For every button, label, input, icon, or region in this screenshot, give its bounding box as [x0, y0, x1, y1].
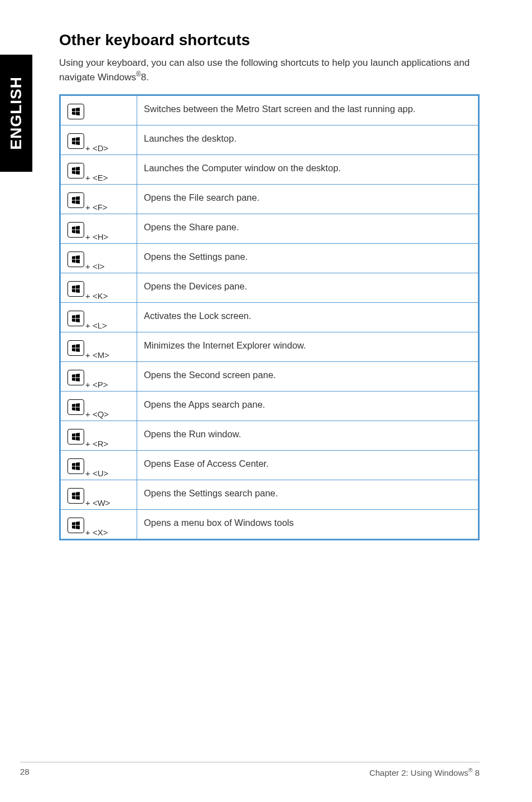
shortcuts-table: Switches between the Metro Start screen … [59, 94, 480, 540]
windows-key-icon [67, 163, 84, 178]
shortcut-description: Opens the Settings search pane. [137, 480, 479, 509]
svg-marker-44 [72, 433, 75, 436]
svg-marker-17 [76, 226, 80, 230]
svg-marker-6 [72, 141, 75, 144]
shortcut-combo-text: + <F> [85, 203, 108, 211]
shortcut-combo-text: + <Q> [85, 410, 109, 418]
shortcut-combo-text: + <K> [85, 292, 108, 300]
shortcut-combo-text: + <I> [85, 262, 105, 270]
table-row: + <F>Opens the File search pane. [60, 184, 479, 214]
intro-text-prefix: Using your keyboard, you can also use th… [59, 57, 470, 83]
shortcut-description: Activates the Lock screen. [137, 302, 479, 332]
shortcut-description: Opens the Settings pane. [137, 243, 479, 273]
shortcut-key-cell: + <M> [60, 332, 137, 361]
shortcut-combo-text: + <M> [85, 351, 109, 359]
windows-key-icon [67, 222, 84, 238]
svg-marker-20 [72, 255, 75, 259]
svg-marker-12 [72, 196, 75, 200]
shortcut-description: Launches the Computer window on the desk… [137, 154, 479, 184]
svg-marker-18 [72, 230, 75, 233]
svg-marker-54 [72, 496, 75, 499]
windows-logo-icon [72, 433, 80, 441]
shortcut-description: Launches the desktop. [137, 125, 479, 154]
windows-key-icon [67, 281, 84, 297]
shortcut-key-cell: + <R> [60, 421, 137, 450]
svg-marker-49 [76, 462, 80, 466]
svg-marker-7 [76, 141, 80, 145]
page-number: 28 [20, 767, 30, 777]
svg-marker-23 [76, 259, 80, 263]
shortcut-key-cell: + <Q> [60, 391, 137, 421]
windows-key-icon [67, 488, 84, 504]
shortcut-description: Opens the Share pane. [137, 214, 479, 243]
svg-marker-59 [76, 525, 80, 529]
svg-marker-25 [76, 285, 80, 289]
windows-key-icon [67, 252, 84, 267]
svg-marker-3 [76, 112, 80, 115]
svg-marker-21 [76, 255, 80, 259]
shortcut-combo-text: + <U> [85, 469, 108, 477]
table-row: + <K>Opens the Devices pane. [60, 273, 479, 302]
table-row: + <R>Opens the Run window. [60, 421, 479, 450]
shortcut-combo-text: + <L> [85, 321, 107, 330]
shortcut-description: Opens the Run window. [137, 421, 479, 450]
svg-marker-26 [72, 289, 75, 292]
shortcut-description: Opens a menu box of Windows tools [137, 509, 479, 539]
svg-marker-58 [72, 525, 75, 529]
language-tab: ENGLISH [0, 55, 32, 172]
svg-marker-29 [76, 315, 80, 318]
svg-marker-5 [76, 137, 80, 141]
svg-marker-40 [72, 403, 75, 407]
table-row: + <D>Launches the desktop. [60, 125, 479, 154]
shortcut-description: Opens the File search pane. [137, 184, 479, 214]
shortcut-combo-text: + <D> [85, 144, 108, 152]
windows-logo-icon [72, 374, 80, 381]
shortcut-key-cell: + <F> [60, 184, 137, 214]
shortcut-combo-text: + <E> [85, 173, 108, 182]
shortcut-description: Opens the Apps search pane. [137, 391, 479, 421]
svg-marker-31 [76, 318, 80, 322]
shortcut-description: Opens the Second screen pane. [137, 361, 479, 391]
table-row: + <U>Opens Ease of Access Center. [60, 450, 479, 480]
svg-marker-53 [76, 492, 80, 496]
windows-logo-icon [72, 108, 80, 115]
svg-marker-13 [76, 196, 80, 200]
svg-marker-4 [72, 137, 75, 141]
svg-marker-34 [72, 348, 75, 351]
shortcut-combo-text: + <H> [85, 233, 108, 241]
svg-marker-8 [72, 167, 75, 170]
windows-key-icon [67, 340, 84, 356]
shortcut-combo-text: + <X> [85, 528, 108, 537]
table-row: + <M>Minimizes the Internet Explorer win… [60, 332, 479, 361]
windows-logo-icon [72, 492, 80, 500]
windows-key-icon [67, 458, 84, 474]
svg-marker-43 [76, 407, 80, 411]
svg-marker-22 [72, 259, 75, 263]
table-row: Switches between the Metro Start screen … [60, 95, 479, 125]
windows-key-icon [67, 399, 84, 415]
table-row: + <L>Activates the Lock screen. [60, 302, 479, 332]
svg-marker-45 [76, 433, 80, 437]
windows-key-icon [67, 311, 84, 326]
shortcut-key-cell: + <E> [60, 154, 137, 184]
windows-logo-icon [72, 403, 80, 411]
shortcut-key-cell: + <I> [60, 243, 137, 273]
shortcut-combo-text: + <R> [85, 439, 108, 448]
page-footer: 28 Chapter 2: Using Windows® 8 [20, 762, 480, 777]
svg-marker-1 [76, 108, 80, 112]
table-row: + <H>Opens the Share pane. [60, 214, 479, 243]
windows-logo-icon [72, 137, 80, 145]
windows-logo-icon [72, 167, 80, 175]
svg-marker-10 [72, 171, 75, 174]
windows-logo-icon [72, 315, 80, 322]
shortcut-key-cell: + <D> [60, 125, 137, 154]
svg-marker-47 [76, 437, 80, 441]
svg-marker-50 [72, 466, 75, 470]
windows-key-icon [67, 370, 84, 385]
shortcut-key-cell: + <H> [60, 214, 137, 243]
shortcut-key-cell: + <U> [60, 450, 137, 480]
svg-marker-27 [76, 289, 80, 293]
table-row: + <P>Opens the Second screen pane. [60, 361, 479, 391]
svg-marker-38 [72, 378, 75, 381]
chapter-label: Chapter 2: Using Windows® 8 [369, 767, 480, 777]
